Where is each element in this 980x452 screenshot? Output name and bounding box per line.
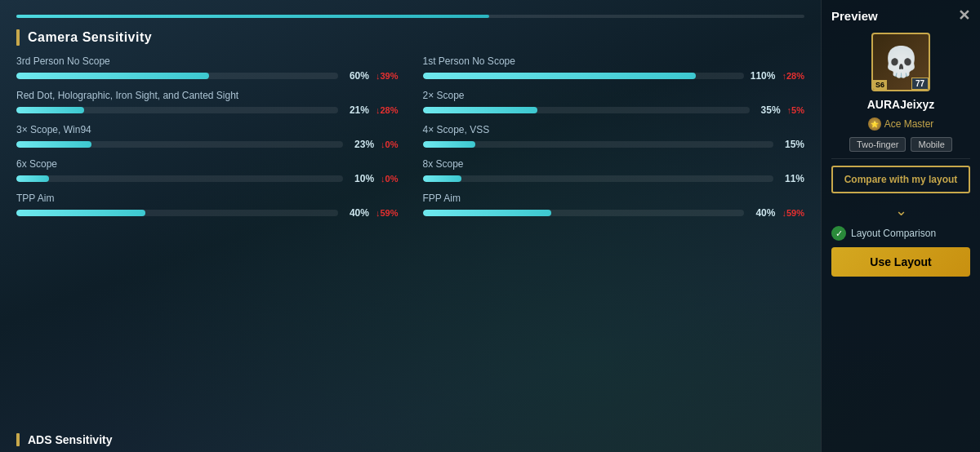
rank-icon: ⭐	[868, 117, 881, 131]
setting-bar-bg	[423, 175, 774, 182]
setting-label: Red Dot, Holographic, Iron Sight, and Ca…	[16, 90, 399, 101]
setting-item: TPP Aim40%↓59%	[16, 193, 399, 219]
top-progress-bar	[16, 15, 804, 18]
setting-bar-fill	[423, 73, 696, 79]
avatar-container: 💀 S6 77	[871, 33, 930, 91]
setting-bar-row: 60%↓39%	[16, 70, 399, 82]
player-name: AURAJeixyz	[867, 98, 934, 111]
skull-icon: 💀	[883, 45, 920, 79]
check-icon: ✓	[831, 226, 846, 241]
close-button[interactable]: ✕	[958, 8, 970, 23]
section-title: Camera Sensitivity	[28, 30, 152, 45]
setting-label: FPP Aim	[423, 193, 805, 204]
setting-value: 23%	[350, 139, 374, 150]
divider	[831, 158, 970, 159]
setting-bar-row: 110%↑28%	[423, 70, 805, 82]
setting-item: 8x Scope11%	[423, 158, 805, 184]
setting-label: 3× Scope, Win94	[16, 124, 399, 135]
setting-value: 15%	[780, 139, 804, 150]
right-panel: Preview ✕ 💀 S6 77 AURAJeixyz ⭐ Ace Maste…	[821, 0, 980, 452]
setting-label: 2× Scope	[423, 90, 805, 101]
setting-item: 2× Scope35%↑5%	[423, 90, 805, 116]
layout-comparison-row[interactable]: ✓ Layout Comparison	[831, 226, 970, 241]
setting-bar-row: 35%↑5%	[423, 104, 805, 116]
setting-label: TPP Aim	[16, 193, 399, 204]
season-badge: S6	[873, 80, 887, 90]
left-panel: Camera Sensitivity 3rd Person No Scope60…	[0, 0, 821, 452]
setting-value: 110%	[751, 70, 776, 82]
setting-value: 21%	[345, 104, 369, 116]
setting-value: 60%	[345, 70, 369, 82]
layout-comparison-label: Layout Comparison	[851, 228, 936, 239]
setting-bar-fill	[16, 107, 84, 113]
setting-item: 6x Scope10%↓0%	[16, 158, 399, 184]
setting-diff: ↑5%	[787, 105, 804, 115]
setting-value: 40%	[345, 207, 369, 219]
tag-two-finger: Two-finger	[849, 137, 906, 152]
setting-item: 3rd Person No Scope60%↓39%	[16, 55, 399, 82]
setting-bar-bg	[423, 107, 750, 113]
setting-diff: ↓0%	[381, 174, 398, 184]
setting-value: 10%	[350, 173, 374, 184]
setting-bar-row: 21%↓28%	[16, 104, 399, 116]
player-rank: ⭐ Ace Master	[868, 117, 934, 131]
top-progress-fill	[16, 15, 489, 18]
chevron-down-icon	[895, 202, 907, 219]
setting-bar-bg	[16, 141, 343, 148]
setting-label: 4× Scope, VSS	[423, 124, 805, 135]
setting-bar-row: 10%↓0%	[16, 173, 399, 184]
setting-bar-fill	[423, 175, 461, 182]
setting-bar-fill	[423, 141, 475, 148]
setting-bar-fill	[16, 73, 209, 79]
setting-value: 35%	[756, 104, 781, 116]
setting-item: 3× Scope, Win9423%↓0%	[16, 124, 399, 150]
setting-bar-fill	[423, 210, 552, 216]
setting-bar-bg	[423, 210, 745, 216]
setting-item: FPP Aim40%↓59%	[423, 193, 805, 219]
compare-button[interactable]: Compare with my layout	[831, 166, 970, 193]
setting-bar-fill	[16, 141, 91, 148]
tags-row: Two-finger Mobile	[849, 137, 952, 152]
preview-title: Preview	[831, 9, 878, 23]
setting-diff: ↓0%	[381, 140, 398, 149]
setting-diff: ↓59%	[782, 208, 804, 218]
setting-bar-row: 23%↓0%	[16, 139, 399, 150]
setting-value: 40%	[751, 207, 775, 219]
setting-label: 3rd Person No Scope	[16, 55, 399, 67]
main-container: Camera Sensitivity 3rd Person No Scope60…	[0, 0, 980, 452]
setting-label: 6x Scope	[16, 158, 399, 170]
setting-item: 4× Scope, VSS15%	[423, 124, 805, 150]
setting-item: 1st Person No Scope110%↑28%	[423, 55, 805, 82]
setting-value: 11%	[780, 173, 804, 184]
level-badge: 77	[911, 78, 929, 90]
setting-diff: ↑28%	[782, 71, 804, 81]
setting-bar-bg	[16, 107, 338, 113]
avatar-frame: 💀 S6 77	[871, 33, 930, 91]
settings-grid: 3rd Person No Scope60%↓39%1st Person No …	[16, 55, 804, 224]
setting-label: 8x Scope	[423, 158, 805, 170]
tag-mobile: Mobile	[911, 137, 951, 152]
rank-label: Ace Master	[884, 118, 934, 130]
setting-bar-fill	[16, 175, 49, 182]
setting-item: Red Dot, Holographic, Iron Sight, and Ca…	[16, 90, 399, 116]
setting-bar-fill	[423, 107, 537, 113]
preview-header: Preview ✕	[831, 8, 970, 23]
setting-bar-row: 15%	[423, 139, 805, 150]
setting-bar-row: 40%↓59%	[16, 207, 399, 219]
setting-label: 1st Person No Scope	[423, 55, 805, 67]
setting-diff: ↓59%	[376, 208, 399, 218]
camera-sensitivity-header: Camera Sensitivity	[16, 29, 804, 46]
setting-diff: ↓39%	[376, 71, 399, 81]
use-layout-button[interactable]: Use Layout	[831, 247, 970, 277]
setting-bar-fill	[16, 210, 145, 216]
setting-bar-row: 11%	[423, 173, 805, 184]
setting-bar-bg	[423, 73, 744, 79]
setting-bar-bg	[16, 175, 343, 182]
setting-bar-bg	[423, 141, 774, 148]
setting-diff: ↓28%	[376, 105, 399, 115]
setting-bar-bg	[16, 210, 338, 216]
setting-bar-row: 40%↓59%	[423, 207, 805, 219]
setting-bar-bg	[16, 73, 338, 79]
